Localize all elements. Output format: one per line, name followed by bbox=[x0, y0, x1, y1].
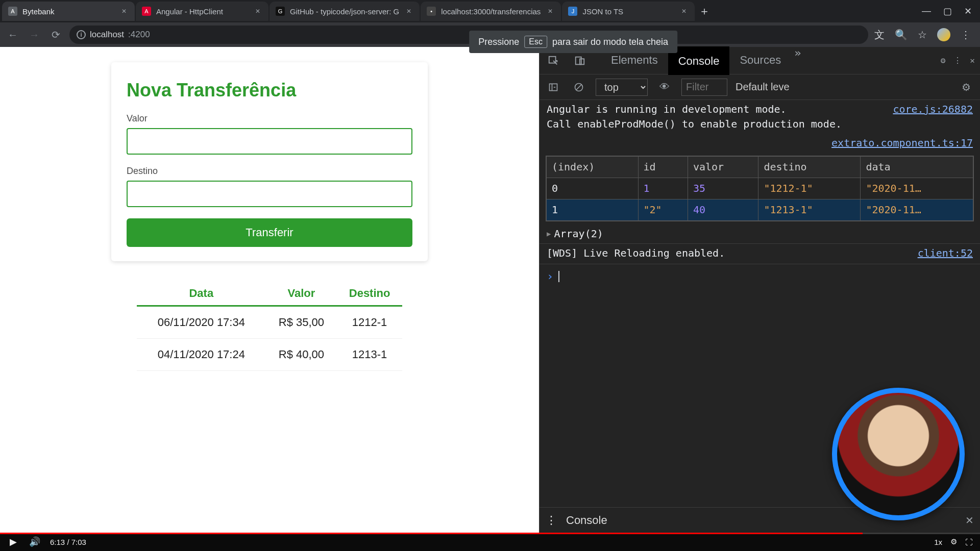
table-row: 04/11/2020 17:24R$ 40,001213-1 bbox=[137, 339, 402, 371]
close-icon[interactable] bbox=[119, 7, 129, 16]
cell: "2020-11… bbox=[861, 178, 973, 199]
th-destino[interactable]: destino bbox=[758, 157, 861, 178]
svg-rect-1 bbox=[576, 57, 581, 64]
toolbar-right: 文 🔍 ☆ ⋮ bbox=[874, 28, 975, 42]
back-button[interactable]: ← bbox=[5, 27, 20, 42]
transfer-form-card: Nova Transferência Valor Destino Transfe… bbox=[111, 62, 428, 261]
cell: "1213-1" bbox=[758, 199, 861, 221]
kebab-menu-icon[interactable]: ⋮ bbox=[546, 514, 557, 527]
cell: 1 bbox=[547, 199, 639, 221]
console-prompt[interactable]: › bbox=[540, 265, 980, 288]
th-data[interactable]: data bbox=[861, 157, 973, 178]
device-toolbar-icon[interactable] bbox=[571, 52, 589, 69]
browser-tab[interactable]: A Bytebank bbox=[2, 2, 135, 21]
tab-sources[interactable]: Sources bbox=[729, 46, 791, 75]
expand-triangle-icon[interactable]: ▶ bbox=[547, 229, 551, 239]
table-row[interactable]: 0135"1212-1""2020-11… bbox=[547, 178, 973, 199]
kebab-menu-icon[interactable]: ⋮ bbox=[953, 56, 962, 65]
log-source-link[interactable]: core.js:26882 bbox=[893, 102, 973, 117]
drawer-tab-console[interactable]: Console bbox=[566, 514, 607, 527]
favicon-icon: A bbox=[142, 7, 151, 16]
cell-valor: R$ 35,00 bbox=[266, 306, 337, 339]
table-header-row: Data Valor Destino bbox=[137, 282, 402, 306]
table-header-row: (index) id valor destino data bbox=[547, 157, 973, 178]
cell-destino: 1213-1 bbox=[337, 339, 402, 371]
browser-tab[interactable]: • localhost:3000/transferencias bbox=[421, 2, 561, 21]
console-settings-icon[interactable]: ⚙ bbox=[958, 79, 975, 96]
maximize-icon[interactable]: ▢ bbox=[943, 6, 952, 17]
object-summary: Array(2) bbox=[554, 227, 603, 241]
th-id[interactable]: id bbox=[638, 157, 688, 178]
browser-tab[interactable]: A Angular - HttpClient bbox=[136, 2, 268, 21]
reload-button[interactable]: ⟳ bbox=[48, 27, 63, 42]
log-text: Angular is running in development mode. bbox=[547, 103, 787, 115]
close-drawer-icon[interactable]: ✕ bbox=[965, 514, 974, 527]
valor-input[interactable] bbox=[127, 128, 412, 155]
console-sidebar-icon[interactable] bbox=[545, 79, 562, 96]
destino-label: Destino bbox=[127, 166, 412, 177]
col-valor: Valor bbox=[266, 282, 337, 306]
hint-text: Pressione bbox=[478, 37, 519, 47]
filter-input[interactable] bbox=[681, 79, 727, 96]
close-icon[interactable] bbox=[404, 7, 413, 16]
destino-input[interactable] bbox=[127, 181, 412, 207]
zoom-icon[interactable]: 🔍 bbox=[895, 29, 908, 41]
inspect-element-icon[interactable] bbox=[545, 52, 562, 69]
text-caret bbox=[558, 271, 559, 282]
more-tabs-icon[interactable]: » bbox=[794, 46, 801, 75]
context-select[interactable]: top bbox=[596, 79, 648, 96]
close-icon[interactable] bbox=[546, 7, 555, 16]
translate-icon[interactable]: 文 bbox=[874, 28, 885, 42]
new-tab-button[interactable]: ＋ bbox=[696, 3, 713, 20]
tab-strip: A Bytebank A Angular - HttpClient G GitH… bbox=[0, 0, 980, 22]
log-level-select[interactable]: Default leve bbox=[736, 81, 790, 93]
cell-destino: 1212-1 bbox=[337, 306, 402, 339]
th-valor[interactable]: valor bbox=[688, 157, 758, 178]
cell-valor: R$ 40,00 bbox=[266, 339, 337, 371]
presenter-webcam bbox=[832, 388, 965, 520]
hint-text: para sair do modo tela cheia bbox=[552, 37, 668, 47]
esc-key: Esc bbox=[524, 36, 547, 48]
log-source-link[interactable]: extrato.component.ts:17 bbox=[831, 137, 973, 149]
app-page: Nova Transferência Valor Destino Transfe… bbox=[0, 47, 539, 533]
browser-tab[interactable]: J JSON to TS bbox=[562, 2, 695, 21]
console-log: extrato.component.ts:17 bbox=[540, 134, 980, 153]
url-port: :4200 bbox=[128, 30, 150, 40]
progress-bar[interactable] bbox=[0, 533, 980, 534]
tab-title: localhost:3000/transferencias bbox=[441, 7, 541, 16]
profile-avatar[interactable] bbox=[937, 28, 950, 41]
clear-console-icon[interactable] bbox=[570, 79, 587, 96]
forward-button[interactable]: → bbox=[27, 27, 42, 42]
settings-gear-icon[interactable]: ⚙ bbox=[941, 56, 946, 65]
progress-fill bbox=[0, 533, 863, 534]
star-icon[interactable]: ☆ bbox=[918, 29, 927, 41]
table-row: 06/11/2020 17:34R$ 35,001212-1 bbox=[137, 306, 402, 339]
window-controls: — ▢ ✕ bbox=[922, 6, 980, 17]
th-index[interactable]: (index) bbox=[547, 157, 639, 178]
browser-tab[interactable]: G GitHub - typicode/json-server: G bbox=[270, 2, 420, 21]
time-display: 6:13 / 7:03 bbox=[50, 538, 86, 546]
cell: "2" bbox=[638, 199, 688, 221]
transfer-button[interactable]: Transferir bbox=[127, 218, 412, 247]
kebab-menu-icon[interactable]: ⋮ bbox=[961, 29, 971, 41]
console-toolbar: top 👁 Default leve ⚙ bbox=[540, 74, 980, 100]
log-source-link[interactable]: client:52 bbox=[918, 246, 973, 261]
table-row[interactable]: 1"2"40"1213-1""2020-11… bbox=[547, 199, 973, 221]
col-data: Data bbox=[137, 282, 266, 306]
close-devtools-icon[interactable]: ✕ bbox=[970, 56, 975, 65]
valor-label: Valor bbox=[127, 113, 412, 124]
fullscreen-icon[interactable]: ⛶ bbox=[965, 538, 973, 546]
live-expression-icon[interactable]: 👁 bbox=[656, 79, 673, 96]
fullscreen-hint: Pressione Esc para sair do modo tela che… bbox=[469, 31, 677, 53]
favicon-icon: A bbox=[8, 7, 17, 16]
site-info-icon[interactable]: i bbox=[77, 30, 86, 39]
play-button[interactable]: ▶ bbox=[7, 536, 19, 548]
speed-label[interactable]: 1x bbox=[934, 538, 942, 546]
volume-icon[interactable]: 🔊 bbox=[29, 536, 41, 548]
close-icon[interactable] bbox=[679, 7, 689, 16]
console-object[interactable]: ▶ Array(2) bbox=[540, 224, 980, 244]
settings-gear-icon[interactable]: ⚙ bbox=[950, 537, 957, 546]
minimize-icon[interactable]: — bbox=[922, 6, 931, 17]
close-icon[interactable] bbox=[253, 7, 262, 16]
close-window-icon[interactable]: ✕ bbox=[964, 6, 972, 17]
